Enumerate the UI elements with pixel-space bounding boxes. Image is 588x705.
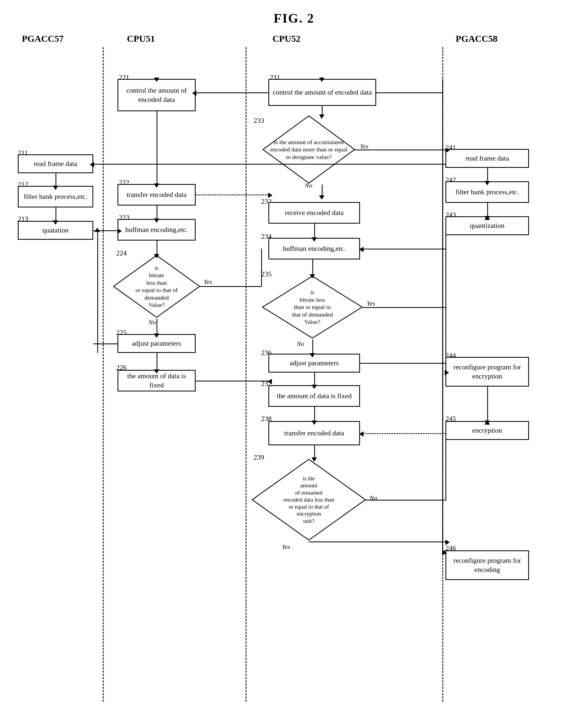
arrow-234-235 [312,260,313,276]
no-label-224: No [148,319,156,326]
arrowhead-246-up [441,550,447,554]
arrowhead-234-235 [310,274,315,279]
diamond-235: isbitrate lessthan or equal tothat of de… [261,275,364,339]
diamond-224-text: isbitrateless thanor equal to that ofdem… [119,261,194,312]
arrow-224-yes-h [200,286,262,287]
arrowhead-241-242 [485,181,490,185]
arrowhead-231-233 [319,114,324,119]
diamond-233: is the amount of accumulated encoded dat… [262,114,356,185]
arrowhead-225-213 [95,228,100,232]
box-244: reconfigure program for encryption [445,357,529,387]
arrowhead-241-211 [90,162,94,167]
no-label-233: No [305,182,312,189]
arrowhead-213-223 [118,228,122,234]
arrow-243-234-h [360,249,446,249]
arrowhead-221-222 [154,183,159,188]
arrow-224-no-down [156,319,157,335]
arrow-239-yes-v [309,542,310,542]
col-header-cpu51: CPU51 [127,34,155,44]
box-232: receive encoded data [268,202,360,224]
arrow-233-no-down [322,185,323,197]
dashed-245-238 [360,433,446,434]
arrowhead-239-no [485,420,490,425]
arrowhead-top-221 [154,78,159,82]
arrowhead-224-225 [154,333,159,338]
arrowhead-238-239 [312,458,317,462]
arrow-211-212 [55,173,56,186]
arrowhead-back-to-243 [485,216,490,220]
arrow-239-no-v [445,433,446,501]
arrowhead-245-238 [359,431,364,437]
arrowhead-222-223 [154,219,159,223]
yes-label-224: Yes [204,278,212,286]
col-header-pgacc58: PGACC58 [456,34,497,44]
arrowhead-236-237 [312,385,317,389]
box-241: read frame data [445,149,529,168]
arrow-225-226 [156,353,157,370]
arrowhead-222-232 [268,193,272,198]
arrowhead-223-224 [154,254,159,258]
arrow-223-224 [156,241,157,255]
arrowhead-233-no [319,195,324,200]
arrow-242-243 [487,203,488,217]
arrow-222-223 [156,205,157,220]
diagram-area: PGACC57 CPU51 CPU52 PGACC58 221 control … [11,34,577,702]
box-231: control the amount of encoded data [268,79,376,106]
arrowhead-232-234 [312,237,317,242]
arrow-241-242 [487,168,488,182]
arrow-238-239 [314,445,315,459]
arrow-246-feedback-v [442,79,443,553]
arrowhead-225-226 [154,369,159,374]
col-header-cpu52: CPU52 [272,34,301,44]
arrow-236-237 [314,373,315,386]
vline-1 [103,47,104,702]
diamond-224: isbitrateless thanor equal to that ofdem… [112,254,201,319]
page-title: FIG. 2 [0,0,588,34]
arrowhead-243-234 [359,247,364,252]
arrow-244-245-v [487,387,488,422]
yes-label-239: Yes [282,544,290,551]
arrow-225-left [93,343,118,344]
box-211: read frame data [18,154,93,173]
arrowhead-235-236 [310,353,315,358]
arrowhead-239-246 [445,539,450,545]
col-header-pgacc57: PGACC57 [22,34,63,44]
arrowhead-212-213 [53,220,58,225]
vline-2 [245,47,246,702]
arrowhead-211-212 [53,186,58,190]
diamond-233-text: is the amount of accumulated encoded dat… [270,123,348,177]
diamond-235-text: isbitrate lessthan or equal tothat of de… [269,282,355,333]
box-221: control the amount of encoded data [118,79,196,111]
box-246: reconfigure program for encoding [445,550,529,580]
arrowhead-233-yes [445,148,450,153]
yes-label-233: Yes [360,143,368,150]
arrow-231-to-221-h [196,92,268,93]
arrow-221-222 [156,111,157,185]
arrow-212-213 [55,207,56,222]
arrow-239-no-right [365,500,446,501]
arrow-246-feedback-h [376,92,443,93]
arrow-239-yes-h [309,542,446,542]
arrow-226-237-h [196,381,269,381]
arrow-235-yes-h [363,307,446,308]
diamond-239-text: is theamountof remainedencoded data less… [259,466,359,533]
arrow-233-yes-h [355,149,446,150]
arrow-241-to-211-h [93,164,445,164]
arrow-235-no-down [312,339,313,354]
arrowhead-top-231 [319,78,324,82]
arrow-244-243-v [445,235,446,364]
arrow-232-234 [314,224,315,238]
no-label-235: No [297,340,304,347]
arrowhead-231-221 [192,91,196,96]
arrow-236-right [360,363,446,364]
arrow-224-yes-v [261,249,262,286]
arrow-225-213-v [97,230,98,353]
dashed-222-232 [196,194,269,195]
arrowhead-226-237 [268,379,272,384]
arrowhead-237-238 [312,421,317,425]
arrow-237-238 [314,407,315,422]
arrowhead-235-244 [445,370,449,375]
yes-label-235: Yes [367,300,375,307]
diamond-239: is theamountof remainedencoded data less… [251,458,367,542]
